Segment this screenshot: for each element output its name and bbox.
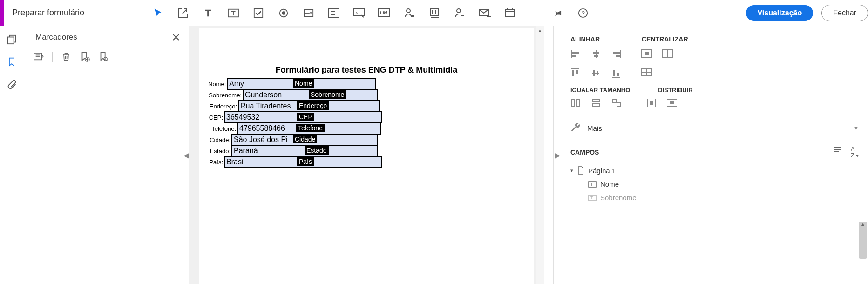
form-field-value: Paraná (232, 147, 258, 155)
preview-button[interactable]: Visualização (746, 5, 813, 21)
button-field-icon[interactable]: x (353, 7, 365, 19)
form-field-value: 47965588466 (238, 124, 285, 133)
image-field-icon[interactable]: LM (378, 7, 390, 19)
tree-field-row[interactable]: T Sobrenome (570, 191, 859, 204)
svg-point-20 (457, 9, 461, 13)
barcode-icon[interactable] (428, 7, 441, 19)
fields-sort-icon[interactable]: AZ ▾ (851, 146, 859, 159)
signature-icon[interactable] (403, 7, 415, 19)
svg-rect-66 (592, 99, 600, 102)
right-panel: ▶ ALINHAR CENTRALIZAR IGUALAR TAMANHO DI… (553, 26, 868, 284)
align-left-icon[interactable] (570, 49, 582, 61)
form-field-value: São José dos Pi (232, 135, 288, 144)
radio-icon[interactable] (278, 7, 290, 19)
match-both-icon[interactable] (611, 98, 623, 109)
form-field-label: País: (208, 159, 224, 166)
form-field-label: Telefone: (208, 125, 237, 132)
center-label: CENTRALIZAR (642, 35, 688, 43)
svg-text:T: T (590, 196, 593, 200)
svg-rect-54 (576, 70, 578, 74)
form-field-tag: País (297, 157, 314, 166)
edit-tool-icon[interactable] (177, 7, 189, 19)
form-field-tag: Telefone (296, 124, 325, 132)
email-field-icon[interactable] (479, 7, 491, 19)
distribute-v-icon[interactable] (666, 98, 678, 109)
pages-icon[interactable] (7, 34, 18, 46)
form-field[interactable]: 47965588466Telefone (237, 122, 381, 135)
align-headers: ALINHAR CENTRALIZAR (570, 35, 859, 43)
svg-rect-1 (254, 8, 263, 17)
scroll-up-icon[interactable]: ▲ (536, 26, 544, 34)
delete-bookmark-icon[interactable] (61, 52, 71, 62)
form-field-label: Estado: (208, 148, 231, 155)
tree-field-row[interactable]: T Nome (570, 177, 859, 191)
fields-label: CAMPOS (570, 149, 599, 156)
match-width-icon[interactable] (570, 98, 582, 109)
date-field-icon[interactable] (454, 7, 466, 19)
svg-rect-60 (617, 73, 619, 76)
align-top-icon[interactable] (570, 68, 582, 79)
tools-icon (570, 123, 581, 133)
form-field-tag: CEP (297, 113, 314, 121)
scroll-up-icon[interactable]: ▲ (859, 222, 867, 227)
close-button[interactable]: Fechar (821, 5, 868, 21)
calendar-icon[interactable] (504, 7, 516, 19)
more-row[interactable]: Mais ▼ (570, 117, 859, 139)
toolbar-divider (534, 6, 534, 20)
add-bookmark-icon[interactable] (80, 52, 90, 62)
form-field[interactable]: 36549532CEP (224, 111, 382, 123)
close-panel-icon[interactable] (172, 33, 180, 41)
svg-rect-24 (505, 9, 515, 17)
svg-rect-41 (572, 55, 576, 57)
align-right-icon[interactable] (611, 49, 623, 61)
text-field-small-icon: T (588, 181, 597, 188)
right-panel-scrollbar[interactable]: ▲ (859, 222, 867, 259)
center-h-icon[interactable] (641, 49, 652, 61)
bookmarks-toolbar (25, 47, 189, 67)
form-field[interactable]: AmyNome (227, 78, 376, 90)
fields-tree: ▾ Página 1 T Nome T Sobrenome (570, 163, 859, 204)
bookmarks-panel: Marcadores ◀ (25, 26, 189, 284)
svg-text:x: x (356, 10, 358, 14)
bookmark-icon[interactable] (7, 57, 18, 68)
top-right-buttons: Visualização Fechar (746, 5, 868, 21)
checkbox-icon[interactable] (252, 7, 264, 19)
form-row: Cidade:São José dos PiCidade (208, 134, 525, 146)
tree-page-row[interactable]: ▾ Página 1 (570, 163, 859, 177)
form-field[interactable]: BrasilPaís (224, 156, 382, 168)
pin-icon[interactable] (552, 7, 564, 19)
text-field-icon[interactable] (202, 7, 214, 19)
vertical-scrollbar[interactable]: ▲ (536, 26, 544, 284)
select-tool-icon[interactable] (152, 7, 164, 19)
form-field-label: CEP: (208, 114, 224, 121)
form-field[interactable]: GundersonSobrenome (243, 89, 378, 101)
listbox-icon[interactable] (328, 7, 340, 19)
svg-text:LM: LM (380, 10, 387, 15)
center-v-icon[interactable] (662, 49, 673, 61)
form-row: País:BrasilPaís (208, 156, 525, 168)
expand-right-panel-icon[interactable]: ▶ (555, 151, 560, 160)
form-row: Nome:AmyNome (208, 78, 525, 90)
form-field[interactable]: ParanáEstado (231, 145, 378, 157)
size-dist-labels: IGUALAR TAMANHO DISTRIBUIR (570, 87, 859, 94)
svg-rect-46 (613, 52, 620, 54)
attachment-icon[interactable] (7, 79, 18, 90)
form-row: Estado:ParanáEstado (208, 145, 525, 157)
help-icon[interactable]: ? (577, 7, 589, 19)
mode-title: Preparar formulário (12, 8, 142, 18)
align-bottom-icon[interactable] (611, 68, 623, 79)
svg-text:?: ? (582, 9, 585, 16)
form-field[interactable]: Rua TiradentesEndereço (238, 100, 380, 112)
find-bookmark-icon[interactable] (98, 52, 108, 62)
fields-list-icon[interactable] (833, 146, 842, 159)
bookmark-options-icon[interactable] (34, 52, 44, 62)
form-field[interactable]: São José dos PiCidade (231, 134, 378, 146)
align-center-h-icon[interactable] (591, 49, 602, 61)
collapse-left-panel-icon[interactable]: ◀ (183, 146, 189, 164)
dropdown-icon[interactable] (303, 7, 315, 19)
center-both-icon[interactable] (641, 68, 652, 79)
align-middle-icon[interactable] (591, 68, 602, 79)
match-height-icon[interactable] (591, 98, 602, 109)
distribute-h-icon[interactable] (646, 98, 657, 109)
text-box-icon[interactable] (227, 7, 239, 19)
